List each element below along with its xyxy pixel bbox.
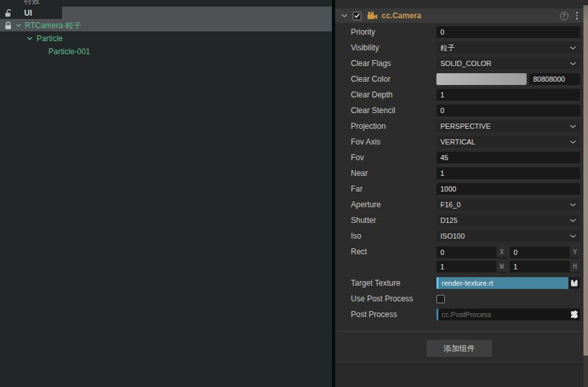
window-edge-bottom xyxy=(583,356,588,387)
tree-item-label: UI xyxy=(24,8,32,18)
property-label: Near xyxy=(335,169,436,178)
visibility-select[interactable]: 粒子 xyxy=(436,42,580,54)
tree-item-label: Particle xyxy=(37,34,63,43)
property-label: Visibility xyxy=(335,43,436,52)
property-row-clear-stencil: Clear Stencil xyxy=(335,103,583,118)
component-header: cc.Camera ? xyxy=(335,8,583,23)
chevron-down-icon xyxy=(570,125,576,128)
chevron-down-icon xyxy=(570,46,576,50)
property-row-visibility: Visibility 粒子 xyxy=(335,40,583,56)
property-label: Clear Stencil xyxy=(335,106,436,115)
color-hex-input[interactable] xyxy=(529,73,580,85)
color-swatch[interactable] xyxy=(436,73,527,85)
property-label: Rect xyxy=(335,244,436,256)
add-component-button[interactable]: 添加组件 xyxy=(427,340,492,357)
tree-item-label: RTCamera-粒子 xyxy=(25,20,81,31)
property-label: Post Process xyxy=(335,310,436,319)
property-label: Priority xyxy=(335,27,436,37)
property-row-rect: Rect X Y W H xyxy=(335,244,583,275)
chevron-down-icon xyxy=(570,141,576,144)
tree-item-label: 特效 xyxy=(24,0,40,7)
priority-input[interactable] xyxy=(436,26,580,38)
property-label: Clear Color xyxy=(335,75,436,84)
property-row-far: Far xyxy=(335,181,583,197)
property-row-projection: Projection PERSPECTIVE xyxy=(335,118,583,134)
post-process-input[interactable] xyxy=(438,311,568,318)
post-process-object-field[interactable] xyxy=(436,309,580,320)
property-label: Fov Axis xyxy=(335,137,436,146)
section-divider xyxy=(335,331,583,331)
property-label: Projection xyxy=(335,122,436,131)
property-label: Fov xyxy=(335,153,436,162)
tree-item-ui[interactable]: UI xyxy=(0,7,332,20)
near-input[interactable] xyxy=(436,167,580,179)
tree-item-label: Particle-001 xyxy=(48,47,90,56)
collapse-chevron-icon[interactable] xyxy=(341,14,348,18)
asset-value: render-texture.rt xyxy=(438,279,568,287)
iso-select[interactable]: ISO100 xyxy=(436,230,580,242)
property-row-fov-axis: Fov Axis VERTICAL xyxy=(335,134,583,150)
property-label: Target Texture xyxy=(335,278,436,288)
property-row-iso: Iso ISO100 xyxy=(335,228,583,244)
property-row-aperture: Aperture F16_0 xyxy=(335,197,583,212)
lock-open-icon[interactable] xyxy=(5,9,12,18)
property-row-priority: Priority xyxy=(335,24,583,40)
component-enabled-checkbox[interactable] xyxy=(353,12,361,20)
property-row-clear-color: Clear Color xyxy=(335,71,583,87)
rect-h-suffix: H xyxy=(570,260,580,272)
property-row-clear-flags: Clear Flags SOLID_COLOR xyxy=(335,56,583,71)
rect-x-suffix: X xyxy=(497,246,507,258)
fov-input[interactable] xyxy=(436,152,580,163)
chevron-down-icon xyxy=(570,219,576,222)
property-label: Clear Depth xyxy=(335,90,436,99)
menu-dots-icon[interactable] xyxy=(576,12,578,20)
window-edge-strip xyxy=(583,0,588,387)
property-label: Far xyxy=(335,184,436,194)
tree-item-particle-001[interactable]: Particle-001 xyxy=(0,45,332,58)
clear-flags-select[interactable]: SOLID_COLOR xyxy=(436,58,580,69)
property-row-shutter: Shutter D125 xyxy=(335,212,583,228)
property-label: Use Post Process xyxy=(335,294,436,303)
tree-item-particle[interactable]: Particle xyxy=(0,32,332,45)
fov-axis-select[interactable]: VERTICAL xyxy=(436,136,580,148)
lock-closed-icon[interactable] xyxy=(5,22,12,30)
property-label: Aperture xyxy=(335,200,436,209)
rect-y-suffix: Y xyxy=(570,246,580,258)
property-row-target-texture: Target Texture render-texture.rt xyxy=(335,275,583,291)
clear-stencil-input[interactable] xyxy=(436,105,580,116)
property-label: Clear Flags xyxy=(335,59,436,68)
inspector-footer xyxy=(335,364,583,387)
select-value: 粒子 xyxy=(440,43,455,53)
target-texture-asset-field[interactable]: render-texture.rt xyxy=(436,277,580,289)
projection-select[interactable]: PERSPECTIVE xyxy=(436,120,580,132)
chevron-down-icon xyxy=(570,62,576,65)
far-input[interactable] xyxy=(436,183,580,195)
select-value: F16_0 xyxy=(440,201,461,209)
chevron-down-icon[interactable] xyxy=(27,37,33,41)
property-row-use-post-process: Use Post Process xyxy=(335,291,583,307)
chevron-down-icon xyxy=(570,235,576,238)
property-label: Iso xyxy=(335,231,436,241)
property-list: Priority Visibility 粒子 Clear Flags SOLID… xyxy=(335,24,583,322)
property-label: Shutter xyxy=(335,216,436,225)
property-row-clear-depth: Clear Depth xyxy=(335,87,583,103)
help-icon[interactable]: ? xyxy=(560,12,568,20)
tree-item-rtcamera[interactable]: RTCamera-粒子 xyxy=(0,19,332,32)
camera-icon xyxy=(367,12,378,20)
property-row-near: Near xyxy=(335,165,583,181)
select-value: PERSPECTIVE xyxy=(440,122,491,130)
editor-window: 特效 UI RTCamera- xyxy=(0,0,588,387)
use-post-process-checkbox[interactable] xyxy=(436,295,445,303)
select-value: VERTICAL xyxy=(440,138,476,146)
property-row-fov: Fov xyxy=(335,150,583,165)
shutter-select[interactable]: D125 xyxy=(436,214,580,226)
select-value: D125 xyxy=(440,216,457,224)
render-texture-icon[interactable] xyxy=(568,277,580,289)
chevron-down-icon xyxy=(570,203,576,207)
aperture-select[interactable]: F16_0 xyxy=(436,199,580,210)
chevron-down-icon[interactable] xyxy=(16,24,22,27)
clear-depth-input[interactable] xyxy=(436,89,580,101)
inspector-panel: cc.Camera ? Priority Visibility 粒子 xyxy=(335,0,583,387)
property-row-post-process: Post Process xyxy=(335,307,583,322)
window-edge-top xyxy=(583,0,588,5)
